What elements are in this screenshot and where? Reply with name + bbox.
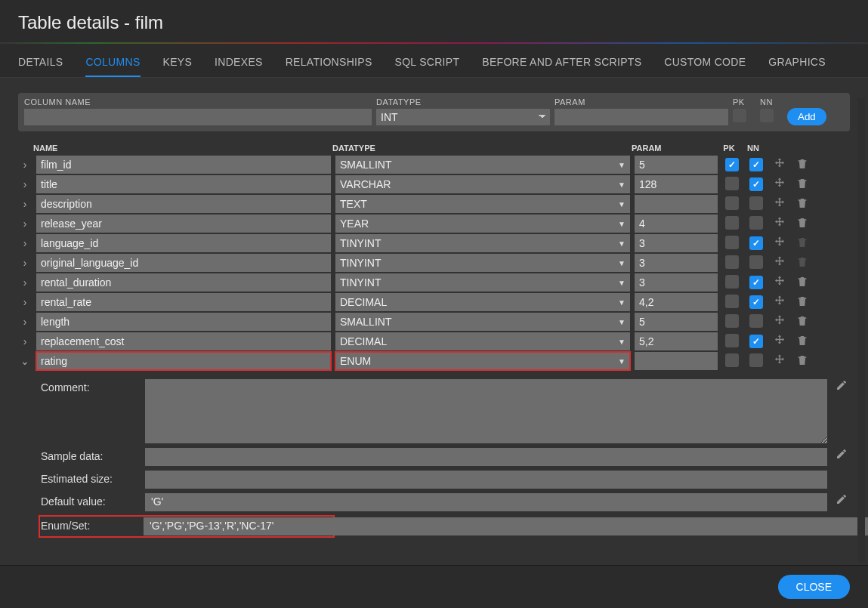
column-param-field[interactable] <box>635 352 718 370</box>
pk-checkbox[interactable] <box>725 236 739 249</box>
move-icon[interactable] <box>771 177 789 193</box>
column-name-field[interactable]: title <box>36 175 331 193</box>
column-datatype-select[interactable]: TEXT▼ <box>335 195 630 213</box>
default-value-field[interactable]: 'G' <box>145 493 827 511</box>
enum-set-field[interactable]: 'G','PG','PG-13','R','NC-17' <box>144 517 334 535</box>
move-icon[interactable] <box>771 255 789 271</box>
move-icon[interactable] <box>771 236 789 252</box>
tab-relationships[interactable]: RELATIONSHIPS <box>286 56 372 77</box>
column-datatype-select[interactable]: SMALLINT▼ <box>335 313 630 331</box>
expand-icon[interactable]: › <box>18 316 32 328</box>
move-icon[interactable] <box>771 275 789 291</box>
tab-columns[interactable]: COLUMNS <box>85 56 140 77</box>
close-button[interactable]: CLOSE <box>778 575 850 599</box>
collapse-icon[interactable]: ⌄ <box>18 355 32 367</box>
edit-comment-icon[interactable] <box>833 379 850 391</box>
nn-checkbox[interactable] <box>749 276 763 289</box>
column-name-field[interactable]: original_language_id <box>36 254 331 272</box>
column-datatype-select[interactable]: TINYINT▼ <box>335 254 630 272</box>
column-param-field[interactable]: 4,2 <box>635 293 718 311</box>
new-column-datatype-select[interactable]: INT <box>376 109 550 125</box>
delete-icon[interactable] <box>793 354 811 369</box>
move-icon[interactable] <box>771 334 789 350</box>
move-icon[interactable] <box>771 314 789 330</box>
column-name-field[interactable]: rental_duration <box>36 273 331 292</box>
pk-checkbox[interactable] <box>725 255 739 269</box>
pk-checkbox[interactable] <box>725 196 739 210</box>
nn-checkbox[interactable] <box>749 196 763 210</box>
tab-keys[interactable]: KEYS <box>163 56 193 77</box>
estimated-size-field[interactable] <box>145 471 827 489</box>
add-column-button[interactable]: Add <box>787 108 826 125</box>
tab-custom-code[interactable]: CUSTOM CODE <box>664 56 746 77</box>
edit-default-icon[interactable] <box>833 493 850 505</box>
nn-checkbox[interactable] <box>749 255 763 269</box>
delete-icon[interactable] <box>793 177 811 192</box>
tab-indexes[interactable]: INDEXES <box>215 56 263 77</box>
expand-icon[interactable]: › <box>18 276 32 289</box>
tab-sql-script[interactable]: SQL SCRIPT <box>395 56 460 77</box>
column-name-field[interactable]: description <box>36 195 331 213</box>
nn-checkbox[interactable] <box>749 177 763 191</box>
column-param-field[interactable]: 5 <box>635 156 718 174</box>
pk-checkbox[interactable] <box>725 177 739 190</box>
expand-icon[interactable]: › <box>18 257 32 269</box>
nn-checkbox[interactable] <box>749 158 763 171</box>
pk-checkbox[interactable] <box>725 275 739 289</box>
column-name-field[interactable]: replacement_cost <box>36 332 331 350</box>
delete-icon[interactable] <box>793 295 811 310</box>
move-icon[interactable] <box>771 295 789 310</box>
delete-icon[interactable] <box>793 158 811 172</box>
column-name-field[interactable]: rating <box>36 352 331 370</box>
delete-icon[interactable] <box>793 315 811 329</box>
delete-icon[interactable] <box>793 217 811 231</box>
nn-checkbox[interactable] <box>749 295 763 309</box>
expand-icon[interactable]: › <box>18 335 32 347</box>
new-column-nn-checkbox[interactable] <box>760 109 774 122</box>
column-param-field[interactable]: 128 <box>635 175 718 193</box>
move-icon[interactable] <box>771 216 789 232</box>
new-column-param-input[interactable] <box>554 109 728 125</box>
expand-icon[interactable]: › <box>18 198 32 210</box>
nn-checkbox[interactable] <box>749 335 763 348</box>
column-param-field[interactable] <box>635 195 718 213</box>
tab-graphics[interactable]: GRAPHICS <box>768 56 826 77</box>
pk-checkbox[interactable] <box>725 334 739 347</box>
delete-icon[interactable] <box>793 197 811 211</box>
pk-checkbox[interactable] <box>725 295 739 308</box>
expand-icon[interactable]: › <box>18 296 32 308</box>
nn-checkbox[interactable] <box>749 216 763 230</box>
column-param-field[interactable]: 3 <box>635 234 718 252</box>
edit-sample-icon[interactable] <box>833 448 850 460</box>
expand-icon[interactable]: › <box>18 218 32 230</box>
column-name-field[interactable]: length <box>36 313 331 331</box>
new-column-name-input[interactable] <box>24 109 372 125</box>
column-datatype-select[interactable]: SMALLINT▼ <box>335 156 630 174</box>
comment-textarea[interactable] <box>145 379 827 443</box>
nn-checkbox[interactable] <box>749 353 763 367</box>
column-param-field[interactable]: 5,2 <box>635 332 718 350</box>
column-name-field[interactable]: rental_rate <box>36 293 331 311</box>
tab-details[interactable]: DETAILS <box>18 56 63 77</box>
move-icon[interactable] <box>771 353 789 369</box>
pk-checkbox[interactable] <box>725 158 739 171</box>
scrollbar[interactable] <box>857 98 865 563</box>
column-datatype-select[interactable]: DECIMAL▼ <box>335 293 630 311</box>
nn-checkbox[interactable] <box>749 236 763 250</box>
column-datatype-select[interactable]: ENUM▼ <box>335 352 630 370</box>
column-param-field[interactable]: 3 <box>635 254 718 272</box>
column-datatype-select[interactable]: TINYINT▼ <box>335 273 630 292</box>
expand-icon[interactable]: › <box>18 178 32 190</box>
delete-icon[interactable] <box>793 276 811 290</box>
column-param-field[interactable]: 3 <box>635 273 718 292</box>
pk-checkbox[interactable] <box>725 216 739 230</box>
pk-checkbox[interactable] <box>725 353 739 367</box>
column-name-field[interactable]: film_id <box>36 156 331 174</box>
column-datatype-select[interactable]: YEAR▼ <box>335 214 630 233</box>
column-param-field[interactable]: 4 <box>635 214 718 233</box>
column-datatype-select[interactable]: TINYINT▼ <box>335 234 630 252</box>
sample-data-field[interactable] <box>145 448 827 466</box>
pk-checkbox[interactable] <box>725 314 739 328</box>
new-column-pk-checkbox[interactable] <box>733 109 746 122</box>
delete-icon[interactable] <box>793 335 811 349</box>
